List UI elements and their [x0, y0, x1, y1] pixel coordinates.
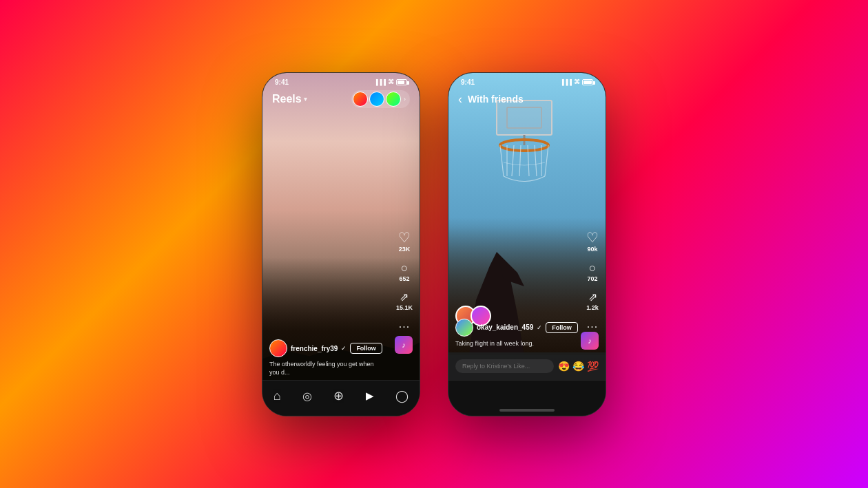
caption-2: Taking flight in all week long. [455, 340, 571, 348]
comment-count-2: 702 [587, 275, 597, 282]
tab-reels-1[interactable]: ▶ [366, 390, 374, 402]
nav-avatar-3 [386, 92, 401, 107]
reels-title: Reels ▾ [272, 93, 307, 105]
share-action-2[interactable]: ⇗ 1.2k [586, 292, 599, 311]
phone-1: 9:41 ▐▐▐ ⌘ Reels ▾ › [262, 72, 420, 416]
comment-action-1[interactable]: ○ 652 [399, 262, 409, 282]
action-sidebar-1: ♡ 23K ○ 652 ⇗ 15.1K ··· [396, 231, 413, 333]
music-note-icon-2: ♪ [588, 337, 592, 345]
time-1: 9:41 [275, 78, 289, 86]
nav-avatar-2 [369, 92, 384, 107]
time-2: 9:41 [461, 78, 475, 86]
nav-arrow-icon: › [404, 96, 406, 103]
bottom-bar-2 [448, 380, 606, 416]
home-indicator-2 [499, 409, 555, 412]
avatar-group[interactable]: › [351, 90, 410, 108]
user-avatar-1[interactable] [269, 339, 287, 357]
phone-2: 9:41 ▐▐▐ ⌘ ‹ With friends ♡ 90k ○ [448, 72, 606, 416]
signal-icon-1: ▐▐▐ [374, 79, 386, 85]
with-friends-title: With friends [468, 94, 524, 105]
share-action-1[interactable]: ⇗ 15.1K [396, 292, 413, 311]
emoji-2[interactable]: 😂 [572, 361, 584, 372]
user-avatar-2[interactable] [455, 319, 473, 337]
follow-button-1[interactable]: Follow [350, 343, 382, 354]
music-note-icon: ♪ [402, 341, 406, 349]
tab-profile-1[interactable]: ◯ [395, 389, 409, 403]
phone-1-frame: 9:41 ▐▐▐ ⌘ Reels ▾ › [262, 72, 420, 416]
heart-icon-1: ♡ [398, 231, 411, 244]
share-count-1: 15.1K [396, 304, 413, 311]
svg-line-11 [545, 145, 548, 176]
user-info-1: frenchie_fry39 ✓ Follow The otherworldly… [269, 339, 385, 376]
comment-count-1: 652 [399, 275, 409, 282]
comment-icon-1: ○ [401, 262, 408, 274]
comment-action-2[interactable]: ○ 702 [587, 262, 597, 282]
heart-icon-2: ♡ [586, 231, 599, 244]
phone-2-frame: 9:41 ▐▐▐ ⌘ ‹ With friends ♡ 90k ○ [448, 72, 606, 416]
tab-search-1[interactable]: ◎ [302, 390, 312, 403]
svg-line-4 [500, 145, 504, 176]
username-2[interactable]: okay_kaiden_459 [477, 323, 533, 331]
basketball-hoop-svg [462, 94, 586, 231]
emoji-1[interactable]: 😍 [558, 361, 570, 372]
nav-avatar-1 [353, 92, 368, 107]
status-icons-2: ▐▐▐ ⌘ [560, 78, 593, 85]
share-icon-1: ⇗ [400, 292, 409, 303]
battery-icon-1 [396, 79, 407, 85]
verified-badge-1: ✓ [341, 345, 347, 352]
signal-icon-2: ▐▐▐ [560, 79, 572, 85]
nav-bar-2: ‹ With friends [448, 88, 606, 110]
comment-icon-2: ○ [589, 262, 596, 274]
more-action-1[interactable]: ··· [399, 321, 410, 333]
nav-bar-1: Reels ▾ › [262, 88, 420, 110]
more-icon-1: ··· [399, 321, 410, 333]
wifi-icon-1: ⌘ [388, 78, 394, 85]
like-count-1: 23K [399, 246, 411, 253]
follow-button-2[interactable]: Follow [546, 322, 578, 333]
music-icon-2[interactable]: ♪ [581, 332, 599, 350]
tab-home-1[interactable]: ⌂ [273, 389, 281, 403]
tab-create-1[interactable]: ⊕ [333, 388, 344, 403]
status-icons-1: ▐▐▐ ⌘ [374, 78, 407, 85]
reply-emojis: 😍 😂 💯 [558, 361, 599, 372]
verified-badge-2: ✓ [537, 324, 542, 331]
wifi-icon-2: ⌘ [574, 78, 580, 85]
share-count-2: 1.2k [586, 304, 599, 311]
like-action-2[interactable]: ♡ 90k [586, 231, 599, 253]
status-bar-1: 9:41 ▐▐▐ ⌘ [262, 73, 420, 89]
like-action-1[interactable]: ♡ 23K [398, 231, 411, 253]
back-button-2[interactable]: ‹ [458, 93, 462, 105]
status-bar-2: 9:41 ▐▐▐ ⌘ [448, 73, 606, 89]
music-icon-1[interactable]: ♪ [395, 336, 413, 354]
user-row-1: frenchie_fry39 ✓ Follow [269, 339, 385, 357]
action-sidebar-2: ♡ 90k ○ 702 ⇗ 1.2k ··· [586, 231, 599, 333]
emoji-3[interactable]: 💯 [587, 361, 599, 372]
caption-1: The otherworldly feeling you get when yo… [269, 361, 385, 376]
tab-bar-1: ⌂ ◎ ⊕ ▶ ◯ [262, 380, 420, 416]
user-info-2: okay_kaiden_459 ✓ Follow Taking flight i… [455, 319, 571, 348]
reply-input-2[interactable] [455, 359, 554, 373]
user-row-2: okay_kaiden_459 ✓ Follow [455, 319, 571, 337]
battery-icon-2 [582, 79, 593, 85]
like-count-2: 90k [587, 246, 597, 253]
username-1[interactable]: frenchie_fry39 [291, 345, 338, 352]
share-icon-2: ⇗ [588, 292, 597, 303]
reply-bar-2: 😍 😂 💯 [448, 352, 606, 380]
